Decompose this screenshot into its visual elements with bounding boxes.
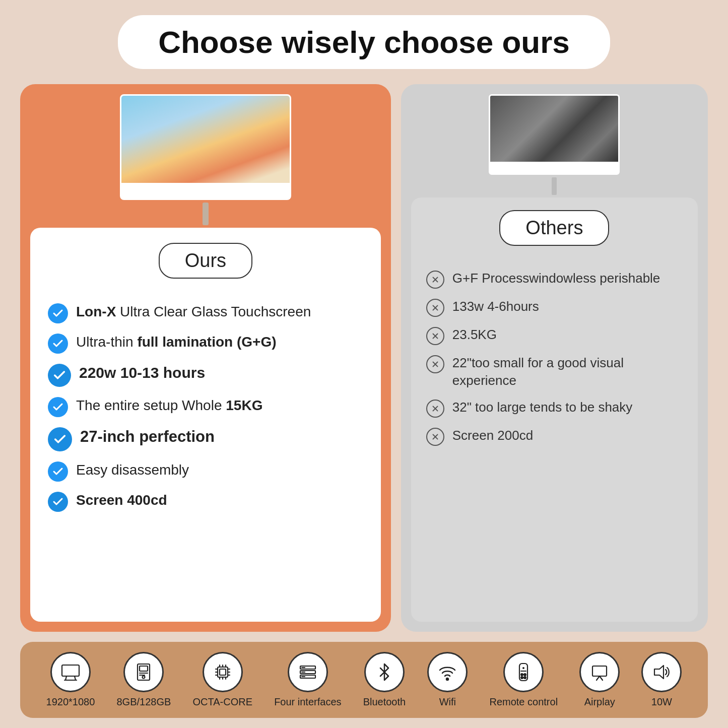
others-feature-1: G+F Processwindowless perishable: [426, 270, 683, 289]
remote-icon: [503, 652, 544, 692]
speaker-icon: [641, 652, 682, 692]
others-feature-text-1: G+F Processwindowless perishable: [452, 270, 660, 287]
bluetooth-label: Bluetooth: [363, 696, 406, 708]
icon-item-remote: Remote control: [489, 652, 558, 708]
check-icon-1: [48, 303, 68, 323]
svg-marker-50: [654, 666, 664, 679]
svg-point-18: [143, 676, 145, 679]
check-icon-5: [48, 427, 72, 451]
svg-point-48: [524, 677, 526, 679]
ours-panel: Ours Lon-X Ultra Clear Glass Touchscreen: [20, 84, 391, 632]
icon-item-airplay: Airplay: [579, 652, 620, 708]
cpu-icon: [203, 652, 243, 692]
wifi-icon: [427, 652, 468, 692]
ours-feature-text-3: 220w 10-13 hours: [79, 363, 205, 383]
others-feature-5: 32" too large tends to be shaky: [426, 399, 683, 418]
ours-feature-text-7: Screen 400cd: [76, 491, 167, 510]
interfaces-label: Four interfaces: [274, 696, 341, 708]
ours-feature-2: Ultra-thin full lamination (G+G): [48, 333, 363, 354]
x-icon-6: [426, 428, 444, 446]
icon-item-bluetooth: Bluetooth: [363, 652, 406, 708]
icon-item-cpu: OCTA-CORE: [192, 652, 252, 708]
ours-stand: [203, 203, 209, 225]
ours-feature-text-5: 27-inch perfection: [80, 426, 215, 447]
storage-icon: [123, 652, 164, 692]
wifi-label: Wifi: [439, 696, 456, 708]
svg-rect-17: [140, 666, 148, 671]
others-panel: Others G+F Processwindowless perishable: [401, 84, 708, 632]
check-icon-4: [48, 397, 68, 417]
check-icon-3: [48, 364, 71, 387]
remote-label: Remote control: [489, 696, 558, 708]
speaker-label: 10W: [651, 696, 672, 708]
ours-feature-4: The entire setup Whole 15KG: [48, 396, 363, 417]
svg-point-41: [446, 678, 448, 680]
check-icon-2: [48, 334, 68, 354]
ours-feature-text-6: Easy disassembly: [76, 460, 189, 480]
storage-label: 8GB/128GB: [116, 696, 171, 708]
ours-label: Ours: [159, 243, 252, 279]
others-label: Others: [499, 210, 609, 246]
x-icon-2: [426, 299, 444, 317]
others-stand: [552, 177, 557, 195]
main-title: Choose wisely choose ours: [158, 25, 570, 59]
ours-feature-3: 220w 10-13 hours: [48, 363, 363, 387]
interfaces-icon: [288, 652, 328, 692]
icon-item-speaker: 10W: [641, 652, 682, 708]
ours-feature-6: Easy disassembly: [48, 460, 363, 482]
x-icon-4: [426, 355, 444, 373]
comparison-area: Ours Lon-X Ultra Clear Glass Touchscreen: [20, 84, 708, 632]
cpu-label: OCTA-CORE: [192, 696, 252, 708]
x-icon-5: [426, 400, 444, 418]
ours-card: Ours Lon-X Ultra Clear Glass Touchscreen: [30, 228, 381, 622]
others-feature-text-3: 23.5KG: [452, 326, 497, 344]
check-icon-7: [48, 492, 68, 512]
x-icon-1: [426, 271, 444, 289]
others-feature-6: Screen 200cd: [426, 427, 683, 446]
svg-rect-22: [220, 669, 226, 675]
svg-line-14: [75, 676, 76, 680]
others-screen: [490, 96, 618, 162]
icon-item-wifi: Wifi: [427, 652, 468, 708]
svg-point-45: [521, 674, 523, 676]
svg-point-46: [524, 674, 526, 676]
others-card: Others G+F Processwindowless perishable: [411, 197, 698, 622]
airplay-icon: [579, 652, 620, 692]
ours-feature-text-4: The entire setup Whole 15KG: [76, 396, 262, 415]
icon-item-interfaces: Four interfaces: [274, 652, 341, 708]
others-feature-text-4: 22"too small for a good visual experienc…: [452, 354, 683, 389]
check-icon-6: [48, 461, 68, 482]
ours-screen: [121, 96, 290, 183]
bluetooth-icon: [364, 652, 405, 692]
icon-item-storage: 8GB/128GB: [116, 652, 171, 708]
others-monitor: [489, 94, 620, 175]
x-icon-3: [426, 327, 444, 345]
ours-feature-1: Lon-X Ultra Clear Glass Touchscreen: [48, 302, 363, 323]
svg-rect-12: [62, 665, 79, 676]
others-feature-2: 133w 4-6hours: [426, 298, 683, 317]
icon-item-resolution: 1920*1080: [46, 652, 95, 708]
resolution-label: 1920*1080: [46, 696, 95, 708]
others-feature-4: 22"too small for a good visual experienc…: [426, 354, 683, 389]
monitor-icon: [50, 652, 91, 692]
others-feature-3: 23.5KG: [426, 326, 683, 345]
ours-monitor: [120, 94, 291, 200]
others-feature-text-5: 32" too large tends to be shaky: [452, 399, 633, 416]
ours-feature-5: 27-inch perfection: [48, 426, 363, 451]
svg-point-47: [521, 677, 523, 679]
airplay-label: Airplay: [584, 696, 615, 708]
svg-rect-49: [592, 666, 607, 676]
ours-feature-7: Screen 400cd: [48, 491, 363, 512]
others-feature-text-6: Screen 200cd: [452, 427, 533, 444]
others-feature-text-2: 133w 4-6hours: [452, 298, 539, 315]
ours-feature-text-2: Ultra-thin full lamination (G+G): [76, 333, 277, 352]
svg-line-13: [65, 676, 67, 680]
title-container: Choose wisely choose ours: [118, 15, 610, 69]
bottom-bar: 1920*1080 8GB/128GB OCTA-: [20, 642, 708, 718]
ours-feature-text-1: Lon-X Ultra Clear Glass Touchscreen: [76, 302, 311, 321]
